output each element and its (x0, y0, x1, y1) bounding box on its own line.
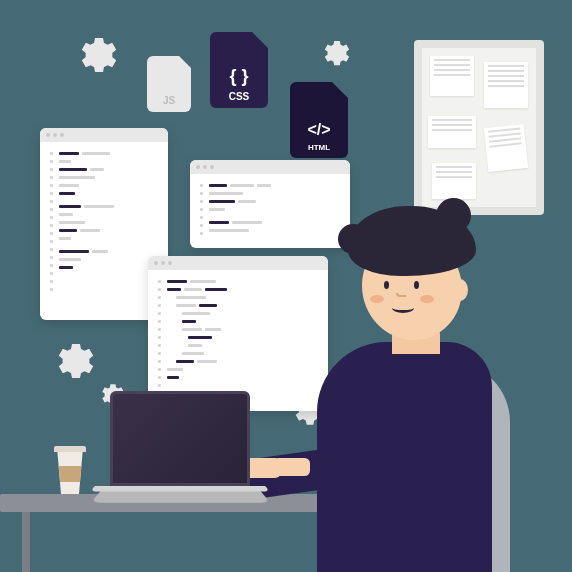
window-titlebar (40, 128, 168, 142)
file-js-label: JS (163, 95, 175, 106)
braces-icon: { } (229, 66, 248, 87)
gear-icon (52, 334, 100, 382)
coffee-cup-icon (55, 446, 86, 494)
gear-icon (75, 28, 123, 76)
sticky-note (430, 56, 474, 96)
desk-leg (22, 512, 30, 572)
code-content (59, 150, 114, 291)
gear-icon (320, 34, 354, 68)
sticky-note (484, 62, 528, 108)
code-content (167, 278, 227, 387)
laptop (110, 391, 265, 494)
code-tag-icon: </> (307, 121, 330, 139)
sticky-note (432, 163, 476, 199)
file-html-icon: </> HTML (290, 82, 348, 158)
file-css-icon: { } CSS (210, 32, 268, 108)
window-titlebar (190, 160, 350, 174)
file-html-label: HTML (308, 143, 330, 152)
code-content (209, 182, 271, 235)
sticky-note (484, 124, 528, 172)
sticky-note (428, 116, 476, 148)
bulletin-board (414, 40, 544, 215)
file-js-icon: JS (147, 56, 191, 112)
file-css-label: CSS (229, 91, 250, 102)
person-illustration (282, 232, 502, 572)
